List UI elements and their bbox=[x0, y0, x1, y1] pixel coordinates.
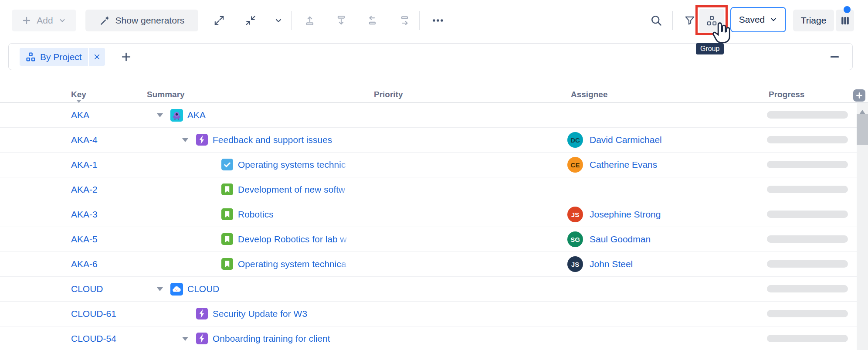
structure-board-app: { "toolbar": { "add": { "label": "Add" }… bbox=[0, 0, 868, 350]
collapse-panel-button[interactable] bbox=[829, 51, 840, 62]
issue-key-link[interactable]: AKA-6 bbox=[71, 259, 98, 269]
chevron-down-icon bbox=[274, 16, 283, 25]
expand-twisty-icon[interactable] bbox=[157, 287, 163, 294]
story-icon bbox=[221, 258, 233, 270]
avatar[interactable]: JS bbox=[567, 207, 583, 222]
avatar[interactable]: CE bbox=[567, 157, 583, 173]
show-generators-button[interactable]: Show generators bbox=[85, 10, 198, 31]
group-tooltip: Group bbox=[696, 43, 724, 54]
issue-key-link[interactable]: AKA-4 bbox=[71, 135, 98, 145]
progress-bar bbox=[767, 310, 848, 317]
collapse-all-icon bbox=[245, 15, 256, 26]
issue-summary-link[interactable]: CLOUD bbox=[187, 284, 370, 294]
assignee-name-link[interactable]: David Carmichael bbox=[590, 135, 662, 145]
assignee-name-link[interactable]: John Steel bbox=[590, 259, 633, 269]
avatar[interactable]: SG bbox=[567, 231, 583, 247]
issue-summary-link[interactable]: Feedback and support issues bbox=[213, 135, 370, 145]
avatar[interactable]: DC bbox=[567, 132, 583, 148]
more-actions-button[interactable] bbox=[428, 10, 448, 31]
vertical-scrollbar[interactable] bbox=[857, 103, 868, 350]
plus-icon bbox=[21, 15, 32, 26]
plus-icon bbox=[120, 51, 132, 63]
add-column-button[interactable] bbox=[853, 89, 865, 102]
move-bottom-button[interactable] bbox=[331, 10, 351, 31]
expand-all-icon bbox=[214, 15, 225, 26]
expand-all-button[interactable] bbox=[209, 10, 229, 31]
issue-summary-link[interactable]: Robotics bbox=[238, 209, 350, 220]
add-button-label: Add bbox=[37, 15, 53, 26]
issue-key-link[interactable]: AKA-5 bbox=[71, 234, 98, 245]
column-header-summary[interactable]: Summary bbox=[147, 90, 185, 99]
move-left-button[interactable] bbox=[363, 10, 383, 31]
add-grouping-button[interactable] bbox=[117, 48, 135, 66]
issue-summary-link[interactable]: Operating system technica bbox=[238, 259, 350, 269]
filter-button[interactable] bbox=[680, 10, 700, 31]
table-row: AKA-4 Feedback and support issues DC Dav… bbox=[0, 128, 857, 153]
move-top-icon bbox=[304, 15, 315, 26]
add-button[interactable]: Add bbox=[12, 10, 76, 31]
show-generators-label: Show generators bbox=[115, 15, 185, 26]
plus-icon bbox=[855, 92, 863, 99]
toolbar-divider bbox=[291, 11, 292, 30]
scroll-up-icon[interactable] bbox=[859, 107, 865, 114]
issue-key-link[interactable]: AKA-3 bbox=[71, 209, 98, 220]
group-icon bbox=[706, 15, 717, 26]
column-header-key[interactable]: Key bbox=[71, 90, 86, 99]
assignee-cell: SG Saul Goodman bbox=[567, 231, 651, 247]
group-by-project-chip-main[interactable]: By Project bbox=[20, 48, 88, 66]
saved-dropdown[interactable]: Saved bbox=[730, 7, 786, 32]
issue-key-link[interactable]: AKA-1 bbox=[71, 160, 98, 170]
triage-button[interactable]: Triage bbox=[793, 10, 834, 31]
expand-twisty-icon[interactable] bbox=[157, 113, 163, 120]
progress-bar bbox=[767, 235, 848, 243]
progress-bar bbox=[767, 161, 848, 168]
avatar[interactable]: JS bbox=[567, 256, 583, 272]
search-button[interactable] bbox=[646, 10, 666, 31]
issue-summary-link[interactable]: Operating systems technic bbox=[238, 160, 350, 170]
move-right-button[interactable] bbox=[394, 10, 414, 31]
group-button[interactable] bbox=[699, 9, 724, 32]
expand-twisty-icon[interactable] bbox=[182, 337, 188, 344]
issue-key-link[interactable]: CLOUD bbox=[71, 284, 103, 294]
columns-icon bbox=[840, 15, 851, 26]
remove-grouping-button[interactable] bbox=[89, 48, 105, 66]
issue-key-link[interactable]: CLOUD-54 bbox=[71, 333, 116, 344]
column-header-priority[interactable]: Priority bbox=[374, 90, 403, 99]
assignee-name-link[interactable]: Catherine Evans bbox=[590, 160, 657, 170]
toolbar-divider bbox=[419, 11, 420, 30]
assignee-cell: JS John Steel bbox=[567, 256, 633, 272]
expand-twisty-icon[interactable] bbox=[182, 138, 188, 145]
task-icon bbox=[221, 159, 233, 170]
progress-bar bbox=[767, 111, 848, 119]
column-header-assignee[interactable]: Assignee bbox=[571, 90, 607, 99]
column-header-progress[interactable]: Progress bbox=[769, 90, 804, 99]
story-icon bbox=[221, 208, 233, 220]
progress-bar bbox=[767, 335, 848, 342]
table-row: CLOUD CLOUD bbox=[0, 277, 857, 302]
search-icon bbox=[650, 14, 662, 27]
issue-summary-link[interactable]: AKA bbox=[187, 110, 370, 120]
issue-key-link[interactable]: AKA-2 bbox=[71, 184, 98, 195]
move-top-button[interactable] bbox=[300, 10, 320, 31]
issue-summary-link[interactable]: Development of new softw bbox=[238, 184, 350, 195]
assignee-name-link[interactable]: Josephine Strong bbox=[590, 209, 661, 220]
scrollbar-thumb[interactable] bbox=[857, 114, 868, 145]
issue-key-link[interactable]: AKA bbox=[71, 110, 89, 120]
issue-table: AKA AKA AKA-4 Feedback and support issue… bbox=[0, 103, 857, 350]
expand-level-dropdown[interactable] bbox=[270, 10, 287, 31]
issue-summary-link[interactable]: Develop Robotics for lab w bbox=[238, 234, 350, 245]
epic-icon bbox=[196, 333, 208, 344]
assignee-name-link[interactable]: Saul Goodman bbox=[590, 234, 651, 245]
story-icon bbox=[221, 183, 233, 195]
epic-icon bbox=[196, 308, 208, 319]
issue-key-link[interactable]: CLOUD-61 bbox=[71, 309, 116, 319]
group-by-project-chip[interactable]: By Project bbox=[20, 48, 105, 66]
table-row: CLOUD-54 Onboarding training for client bbox=[0, 326, 857, 350]
collapse-all-button[interactable] bbox=[241, 10, 261, 31]
issue-summary-link[interactable]: Onboarding training for client bbox=[213, 333, 370, 344]
issue-summary-link[interactable]: Security Update for W3 bbox=[213, 309, 370, 319]
columns-button[interactable] bbox=[836, 10, 854, 31]
progress-bar bbox=[767, 211, 848, 218]
progress-bar bbox=[767, 285, 848, 292]
ellipsis-icon bbox=[431, 14, 444, 27]
